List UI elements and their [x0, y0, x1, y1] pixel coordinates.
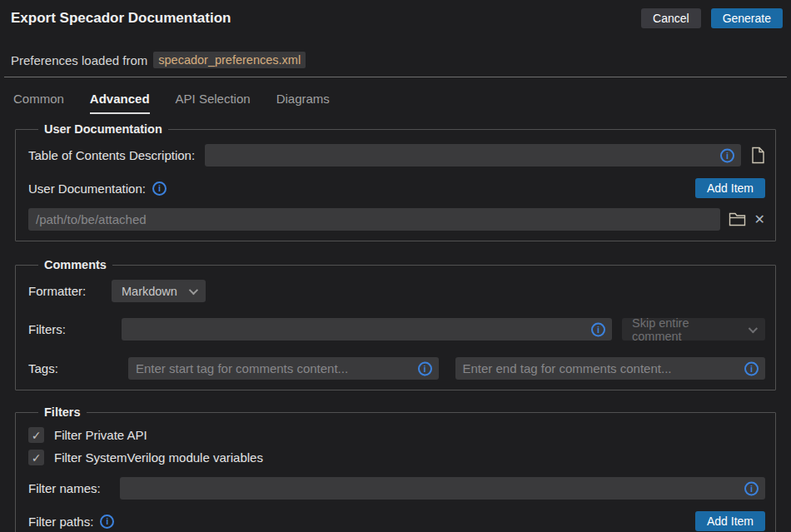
chevron-down-icon: [189, 285, 198, 294]
group-comments-title: Comments: [38, 258, 112, 271]
page-title: Export Specador Documentation: [11, 8, 231, 28]
header-buttons: Cancel Generate: [641, 8, 783, 28]
tab-advanced[interactable]: Advanced: [90, 92, 150, 114]
info-icon[interactable]: i: [418, 361, 432, 375]
info-icon[interactable]: i: [591, 322, 605, 336]
info-icon[interactable]: i: [744, 361, 759, 375]
add-item-button[interactable]: Add Item: [695, 511, 765, 531]
tab-diagrams[interactable]: Diagrams: [276, 92, 330, 114]
preferences-text: Preferences loaded from: [11, 53, 147, 67]
start-tag-input[interactable]: [128, 357, 439, 380]
open-file-icon[interactable]: [751, 147, 765, 164]
dialog-header: Export Specador Documentation Cancel Gen…: [0, 0, 791, 28]
comments-filters-label: Filters:: [28, 322, 112, 336]
tab-bar: Common Advanced API Selection Diagrams: [13, 92, 791, 114]
chevron-down-icon: [749, 324, 758, 333]
group-filters: Filters ✓ Filter Private API ✓ Filter Sy…: [15, 405, 776, 532]
add-item-button[interactable]: Add Item: [695, 178, 765, 198]
group-user-documentation-title: User Documentation: [38, 122, 168, 136]
generate-button[interactable]: Generate: [711, 8, 783, 28]
info-icon[interactable]: i: [744, 481, 759, 495]
toc-description-label: Table of Contents Description:: [28, 148, 195, 162]
user-documentation-label: User Documentation:: [28, 181, 146, 196]
end-tag-input[interactable]: [455, 357, 766, 380]
cancel-button[interactable]: Cancel: [641, 8, 701, 28]
checkbox-filter-private-api[interactable]: ✓: [28, 427, 44, 443]
tags-label: Tags:: [28, 361, 112, 375]
checkmark-icon: ✓: [32, 451, 42, 465]
preferences-row: Preferences loaded from specador_prefere…: [11, 52, 791, 68]
formatter-select[interactable]: Markdown: [112, 280, 206, 302]
group-user-documentation: User Documentation Table of Contents Des…: [15, 122, 776, 241]
close-icon[interactable]: ✕: [754, 213, 765, 226]
attachment-path-input[interactable]: [28, 208, 720, 231]
comment-filter-mode-select[interactable]: Skip entire comment: [622, 318, 765, 341]
browse-folder-icon[interactable]: [729, 212, 746, 226]
checkbox-filter-sv-module-variables[interactable]: ✓: [28, 450, 44, 465]
group-filters-title: Filters: [38, 405, 87, 419]
toc-description-input[interactable]: [205, 144, 741, 167]
comment-filter-mode-value: Skip entire comment: [632, 316, 737, 343]
formatter-selected-value: Markdown: [122, 285, 177, 298]
filter-paths-label: Filter paths:: [28, 515, 93, 529]
filter-names-input[interactable]: [120, 477, 765, 500]
preferences-file-chip: specador_preferences.xml: [153, 52, 306, 68]
comments-filters-input[interactable]: [122, 318, 612, 341]
formatter-label: Formatter:: [28, 284, 112, 298]
header-divider: [4, 77, 787, 77]
group-comments: Comments Formatter: Markdown Filters: i …: [15, 258, 776, 390]
checkmark-icon: ✓: [32, 429, 42, 442]
info-icon[interactable]: i: [152, 181, 167, 196]
checkbox-filter-private-api-label: Filter Private API: [54, 428, 147, 442]
checkbox-filter-sv-module-variables-label: Filter SystemVerilog module variables: [54, 450, 263, 465]
tab-api-selection[interactable]: API Selection: [176, 92, 251, 114]
info-icon[interactable]: i: [720, 148, 734, 162]
filter-names-label: Filter names:: [28, 481, 113, 495]
info-icon[interactable]: i: [100, 515, 114, 529]
tab-common[interactable]: Common: [13, 92, 64, 114]
